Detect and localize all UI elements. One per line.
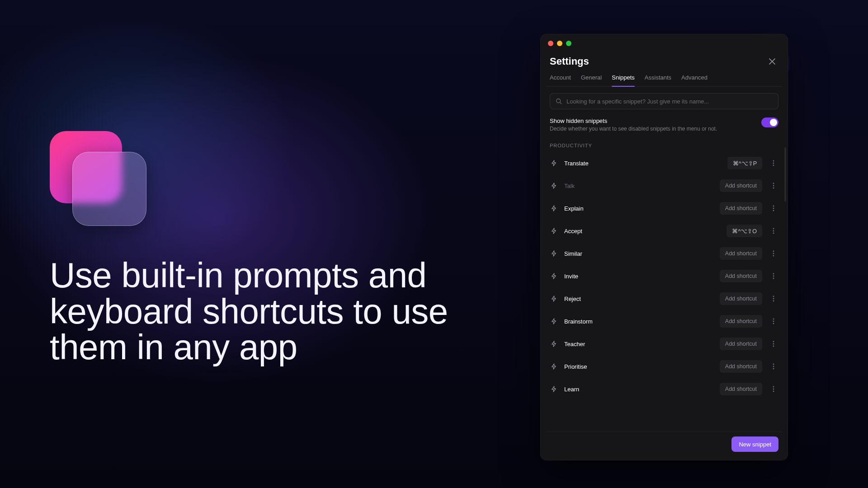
section-label: PRODUCTIVITY [550, 143, 778, 148]
more-menu-button[interactable] [769, 315, 778, 328]
svg-point-31 [773, 386, 774, 388]
bolt-icon [550, 249, 558, 258]
svg-point-30 [773, 368, 774, 370]
page-title: Settings [550, 56, 589, 67]
tab-account[interactable]: Account [550, 74, 571, 86]
snippet-name: Teacher [564, 341, 713, 347]
tab-assistants[interactable]: Assistants [645, 74, 671, 86]
bolt-icon [550, 317, 558, 325]
bolt-icon [550, 182, 558, 190]
tab-general[interactable]: General [581, 74, 602, 86]
minimize-window-icon[interactable] [557, 41, 562, 46]
snippet-name: Explain [564, 205, 713, 212]
svg-point-32 [773, 389, 774, 390]
bolt-icon [550, 204, 558, 212]
show-hidden-toggle[interactable] [761, 117, 778, 127]
bolt-icon [550, 159, 558, 167]
bolt-icon [550, 385, 558, 393]
svg-point-4 [773, 183, 774, 184]
tab-snippets[interactable]: Snippets [612, 74, 635, 86]
search-input[interactable] [566, 98, 773, 105]
svg-point-6 [773, 188, 774, 189]
snippet-row: ExplainAdd shortcut [550, 197, 778, 220]
svg-point-28 [773, 364, 774, 365]
svg-point-20 [773, 298, 774, 300]
snippet-name: Prioritise [564, 363, 713, 370]
marketing-icon [50, 131, 149, 230]
search-icon [556, 98, 562, 104]
svg-point-13 [773, 251, 774, 252]
svg-point-24 [773, 323, 774, 324]
close-button[interactable] [766, 55, 778, 68]
shortcut-badge[interactable]: ⌘^⌥⇧P [727, 157, 762, 169]
snippet-name: Talk [564, 183, 713, 189]
marketing-headline: Use built-in prompts and keyboard shortc… [50, 258, 484, 366]
toggle-title: Show hidden snippets [550, 117, 717, 124]
snippet-name: Reject [564, 296, 713, 302]
scrollbar[interactable] [784, 147, 786, 202]
snippet-name: Translate [564, 160, 721, 167]
bolt-icon [550, 340, 558, 348]
more-menu-button[interactable] [769, 247, 778, 260]
svg-point-5 [773, 185, 774, 187]
svg-point-2 [773, 163, 774, 164]
more-menu-button[interactable] [769, 202, 778, 215]
more-menu-button[interactable] [769, 225, 778, 237]
bolt-icon [550, 272, 558, 280]
svg-point-29 [773, 366, 774, 367]
snippet-list: Translate⌘^⌥⇧PTalkAdd shortcutExplainAdd… [550, 152, 778, 400]
svg-point-23 [773, 321, 774, 322]
snippet-row: Translate⌘^⌥⇧P [550, 152, 778, 174]
search-field[interactable] [550, 93, 778, 109]
more-menu-button[interactable] [769, 383, 778, 395]
more-menu-button[interactable] [769, 338, 778, 350]
more-menu-button[interactable] [769, 179, 778, 192]
svg-point-18 [773, 278, 774, 279]
svg-point-10 [773, 228, 774, 230]
add-shortcut-button[interactable]: Add shortcut [720, 247, 762, 260]
more-menu-button[interactable] [769, 157, 778, 169]
snippet-name: Invite [564, 273, 713, 280]
svg-point-22 [773, 319, 774, 320]
add-shortcut-button[interactable]: Add shortcut [720, 179, 762, 192]
add-shortcut-button[interactable]: Add shortcut [720, 338, 762, 350]
add-shortcut-button[interactable]: Add shortcut [720, 202, 762, 215]
svg-point-14 [773, 253, 774, 254]
add-shortcut-button[interactable]: Add shortcut [720, 315, 762, 328]
snippet-row: RejectAdd shortcut [550, 287, 778, 310]
settings-tabs: AccountGeneralSnippetsAssistantsAdvanced [546, 74, 782, 87]
snippet-name: Learn [564, 386, 713, 393]
maximize-window-icon[interactable] [566, 41, 571, 46]
snippet-name: Similar [564, 250, 713, 257]
snippet-row: TeacherAdd shortcut [550, 333, 778, 355]
svg-point-21 [773, 300, 774, 302]
snippet-name: Accept [564, 228, 720, 235]
snippet-name: Brainstorm [564, 318, 713, 325]
svg-point-19 [773, 296, 774, 297]
snippet-row: BrainstormAdd shortcut [550, 310, 778, 333]
close-icon [769, 58, 775, 65]
more-menu-button[interactable] [769, 360, 778, 373]
add-shortcut-button[interactable]: Add shortcut [720, 292, 762, 305]
snippet-row: Accept⌘^⌥⇧O [550, 220, 778, 242]
svg-point-15 [773, 255, 774, 257]
add-shortcut-button[interactable]: Add shortcut [720, 383, 762, 395]
snippet-row: TalkAdd shortcut [550, 174, 778, 197]
svg-point-8 [773, 208, 774, 209]
add-shortcut-button[interactable]: Add shortcut [720, 270, 762, 282]
more-menu-button[interactable] [769, 270, 778, 282]
add-shortcut-button[interactable]: Add shortcut [720, 360, 762, 373]
settings-window: Settings AccountGeneralSnippetsAssistant… [540, 34, 788, 460]
close-window-icon[interactable] [548, 41, 553, 46]
svg-point-17 [773, 276, 774, 277]
shortcut-badge[interactable]: ⌘^⌥⇧O [726, 225, 762, 237]
svg-point-1 [773, 160, 774, 162]
svg-point-25 [773, 341, 774, 343]
tab-advanced[interactable]: Advanced [681, 74, 708, 86]
toggle-desc: Decide whether you want to see disabled … [550, 126, 717, 132]
svg-point-12 [773, 233, 774, 234]
window-controls[interactable] [548, 41, 571, 46]
new-snippet-button[interactable]: New snippet [731, 436, 778, 452]
more-menu-button[interactable] [769, 292, 778, 305]
snippet-row: InviteAdd shortcut [550, 265, 778, 287]
